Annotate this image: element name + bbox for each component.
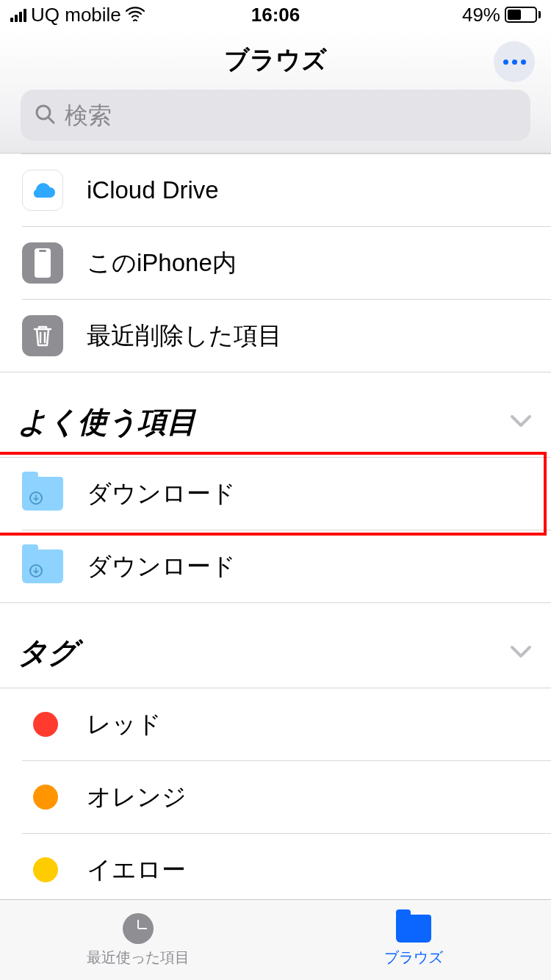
- location-on-iphone[interactable]: このiPhone内: [0, 227, 551, 299]
- battery-pct: 49%: [462, 4, 500, 26]
- wifi-icon: [126, 4, 145, 26]
- location-label: iCloud Drive: [87, 176, 219, 204]
- highlight-annotation: [0, 452, 547, 536]
- tag-color-icon: [33, 857, 58, 882]
- tab-browse[interactable]: ブラウズ: [276, 900, 551, 980]
- signal-icon: [10, 7, 26, 22]
- favorite-downloads[interactable]: ダウンロード: [0, 458, 551, 530]
- trash-icon: [22, 315, 63, 356]
- folder-icon: [396, 915, 431, 943]
- more-button[interactable]: [494, 41, 535, 82]
- tab-label: ブラウズ: [384, 948, 443, 968]
- search-input[interactable]: [65, 102, 517, 129]
- cloud-icon: [22, 170, 63, 211]
- folder-download-icon: [22, 477, 63, 511]
- favorite-label: ダウンロード: [87, 550, 236, 583]
- tag-red[interactable]: レッド: [0, 688, 551, 760]
- content: iCloud Drive このiPhone内 最近削除した項目 よく使う項目 ダ…: [0, 154, 551, 899]
- tab-label: 最近使った項目: [87, 948, 190, 968]
- chevron-down-icon: [510, 414, 532, 430]
- folder-download-icon: [22, 550, 63, 583]
- tag-label: レッド: [87, 708, 162, 741]
- chevron-down-icon: [510, 645, 532, 661]
- favorite-downloads[interactable]: ダウンロード: [0, 530, 551, 602]
- section-title: タグ: [18, 633, 78, 673]
- iphone-icon: [22, 242, 63, 284]
- clock-label: 16:06: [251, 4, 300, 26]
- page-title: ブラウズ: [224, 43, 327, 77]
- search-icon: [34, 103, 56, 128]
- location-icloud[interactable]: iCloud Drive: [0, 154, 551, 226]
- battery-icon: [505, 7, 541, 23]
- section-tags-header[interactable]: タグ: [0, 603, 551, 688]
- section-title: よく使う項目: [18, 402, 196, 442]
- favorite-label: ダウンロード: [87, 478, 236, 511]
- tag-color-icon: [33, 785, 58, 810]
- tag-label: オレンジ: [87, 781, 187, 814]
- tag-color-icon: [33, 712, 58, 737]
- section-favorites-header[interactable]: よく使う項目: [0, 372, 551, 457]
- tab-recents[interactable]: 最近使った項目: [0, 900, 276, 980]
- tab-bar: 最近使った項目 ブラウズ: [0, 899, 551, 980]
- location-label: 最近削除した項目: [87, 320, 282, 353]
- search-field[interactable]: [21, 90, 530, 141]
- clock-icon: [123, 913, 154, 944]
- location-recently-deleted[interactable]: 最近削除した項目: [0, 300, 551, 372]
- carrier-label: UQ mobile: [31, 4, 121, 26]
- tag-label: イエロー: [87, 854, 186, 887]
- header: ブラウズ: [0, 29, 551, 154]
- tag-orange[interactable]: オレンジ: [0, 761, 551, 833]
- tag-yellow[interactable]: イエロー: [0, 834, 551, 899]
- svg-line-1: [48, 118, 54, 123]
- status-bar: UQ mobile 16:06 49%: [0, 0, 551, 29]
- location-label: このiPhone内: [87, 247, 237, 280]
